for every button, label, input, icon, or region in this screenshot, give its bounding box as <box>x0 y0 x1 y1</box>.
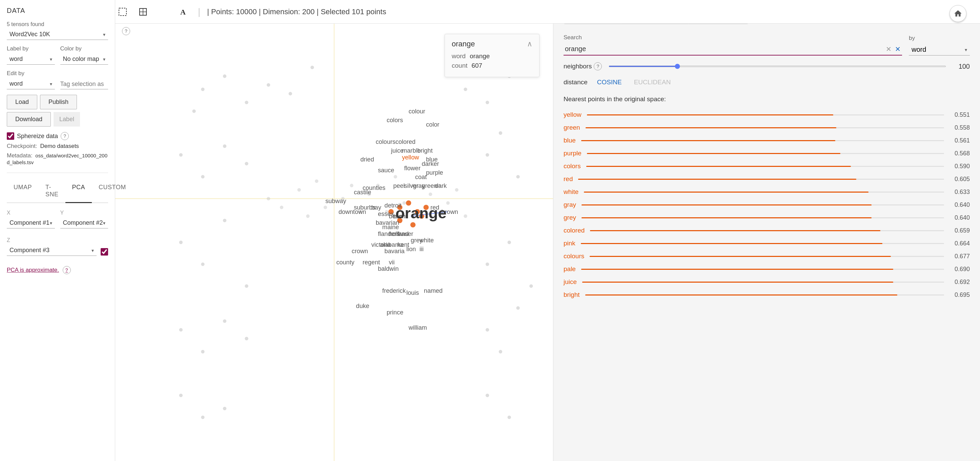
nearest-item-bar <box>585 127 944 128</box>
top-bar: A | | Points: 10000 | Dimension: 200 | S… <box>115 0 980 24</box>
nearest-item-name[interactable]: pale <box>563 265 576 273</box>
checkpoint-label: Checkpoint: <box>7 143 37 149</box>
search-group: Search ✕ ✕ <box>563 34 902 55</box>
dataset-select[interactable]: Word2Vec 10K <box>7 29 108 40</box>
nearest-item-name[interactable]: grey <box>563 214 576 221</box>
label-button[interactable]: Label <box>54 112 80 127</box>
distance-euclidean[interactable]: EUCLIDEAN <box>631 77 674 87</box>
nearest-item-value: 0.633 <box>950 189 970 196</box>
nearest-item-value: 0.605 <box>950 176 970 183</box>
list-item: colored 0.659 <box>563 224 970 237</box>
search-label: Search <box>563 34 902 41</box>
popup-close-button[interactable]: ∧ <box>527 40 532 48</box>
z-axis-select[interactable]: Component #3 <box>7 245 97 256</box>
nearest-item-name[interactable]: white <box>563 188 578 196</box>
svg-point-29 <box>508 241 511 244</box>
nearest-item-value: 0.695 <box>950 291 970 299</box>
nearest-item-name[interactable]: purple <box>563 150 581 157</box>
svg-text:purple: purple <box>426 169 443 176</box>
left-panel: DATA 5 tensors found Word2Vec 10K Label … <box>0 0 115 461</box>
y-axis-select[interactable]: Component #2 <box>60 217 108 228</box>
load-button[interactable]: Load <box>7 95 37 109</box>
svg-point-46 <box>306 214 309 218</box>
svg-point-30 <box>529 284 533 288</box>
tab-tsne[interactable]: T-SNE <box>39 180 65 203</box>
svg-point-50 <box>350 184 353 187</box>
nearest-item-bar <box>581 269 944 270</box>
list-item: yellow 0.551 <box>563 108 970 121</box>
label-color-row: Label by word Color by No color map <box>7 45 108 70</box>
color-by-select[interactable]: No color map <box>60 54 108 65</box>
publish-button[interactable]: Publish <box>40 95 77 109</box>
tab-custom[interactable]: CUSTOM <box>92 180 133 203</box>
nearest-item-name[interactable]: colours <box>563 252 584 260</box>
nearest-item-name[interactable]: green <box>563 124 580 131</box>
crop-select-tool[interactable] <box>135 5 150 19</box>
neighbors-help-icon[interactable]: ? <box>594 62 602 70</box>
nearest-item-name[interactable]: colored <box>563 227 585 234</box>
list-item: gray 0.640 <box>563 198 970 211</box>
popup-header: orange ∧ <box>452 40 532 48</box>
nearest-item-name[interactable]: colors <box>563 162 581 170</box>
popup-word-key: word <box>452 52 466 60</box>
svg-point-25 <box>201 262 204 266</box>
svg-text:yellow: yellow <box>402 154 419 161</box>
night-mode-toggle[interactable] <box>156 5 171 19</box>
svg-text:dark: dark <box>435 182 447 189</box>
svg-point-28 <box>485 262 489 266</box>
svg-point-70 <box>410 222 416 228</box>
nearest-item-name[interactable]: pink <box>563 240 575 247</box>
nearest-item-bar <box>581 243 944 244</box>
tab-umap[interactable]: UMAP <box>7 180 39 203</box>
nearest-item-name[interactable]: yellow <box>563 111 581 119</box>
scatter-plot[interactable]: colors colour color colours colored drie… <box>115 24 553 461</box>
tab-pca[interactable]: PCA <box>65 180 92 203</box>
by-select[interactable]: word <box>909 44 970 55</box>
svg-point-17 <box>179 153 183 156</box>
svg-text:colors: colors <box>387 117 403 124</box>
svg-point-37 <box>516 306 519 310</box>
nearest-item-bar <box>590 230 944 231</box>
pca-help-icon[interactable]: ? <box>63 266 71 274</box>
svg-point-21 <box>485 153 489 156</box>
nearest-item-value: 0.659 <box>950 227 970 234</box>
help-button[interactable]: ? <box>122 27 130 35</box>
nearest-item-name[interactable]: red <box>563 175 573 183</box>
svg-point-42 <box>508 416 511 419</box>
list-item: red 0.605 <box>563 173 970 185</box>
sphereize-help-icon[interactable]: ? <box>60 132 69 140</box>
svg-text:subway: subway <box>325 198 346 204</box>
z-axis-checkbox[interactable] <box>101 248 108 255</box>
info-popup: orange ∧ word orange count 607 <box>445 34 539 77</box>
nearest-item-name[interactable]: gray <box>563 201 576 209</box>
search-clear-button[interactable]: ✕ <box>884 45 894 53</box>
svg-text:counties: counties <box>363 184 385 191</box>
svg-text:colours: colours <box>376 138 395 145</box>
svg-point-45 <box>297 188 301 192</box>
distance-cosine[interactable]: COSINE <box>594 77 625 87</box>
edit-by-select[interactable]: word <box>7 78 55 89</box>
checkpoint-value: Demo datasets <box>40 143 79 149</box>
nearest-item-value: 0.640 <box>950 201 970 209</box>
nearest-item-name[interactable]: bright <box>563 291 580 299</box>
sphereize-checkbox[interactable] <box>7 132 14 140</box>
svg-point-20 <box>245 162 248 165</box>
download-button[interactable]: Download <box>7 112 51 127</box>
nearest-item-name[interactable]: blue <box>563 137 576 144</box>
neighbors-slider[interactable] <box>609 66 946 67</box>
x-axis-select[interactable]: Component #1 <box>7 217 55 228</box>
lasso-select-tool[interactable] <box>115 5 130 19</box>
right-panel: Show All Data Isolate 101 points Clear s… <box>553 0 980 461</box>
z-axis-row: Z Component #3 <box>7 237 108 261</box>
tag-selection-input[interactable] <box>60 79 108 89</box>
nearest-item-name[interactable]: juice <box>563 278 577 286</box>
distance-row: distance COSINE EUCLIDEAN <box>563 77 970 87</box>
nearest-item-bar <box>586 166 944 167</box>
svg-text:orange: orange <box>395 204 447 222</box>
label-by-select[interactable]: word <box>7 54 55 65</box>
home-button[interactable] <box>950 5 966 22</box>
svg-text:flower: flower <box>404 165 420 172</box>
label-toggle[interactable]: A <box>176 5 191 19</box>
search-input[interactable] <box>563 43 884 55</box>
svg-point-48 <box>324 206 327 209</box>
